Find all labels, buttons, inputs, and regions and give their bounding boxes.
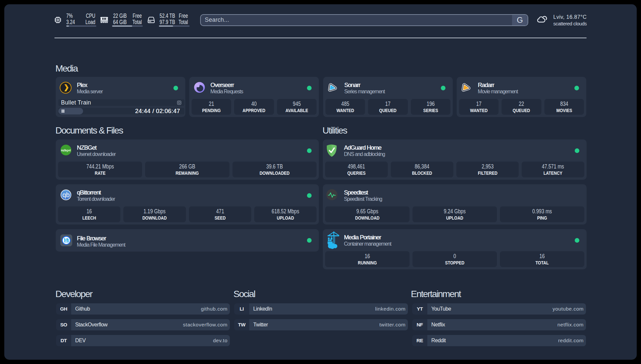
- svg-text:nzbget: nzbget: [61, 149, 71, 152]
- svg-text:qb: qb: [62, 191, 70, 198]
